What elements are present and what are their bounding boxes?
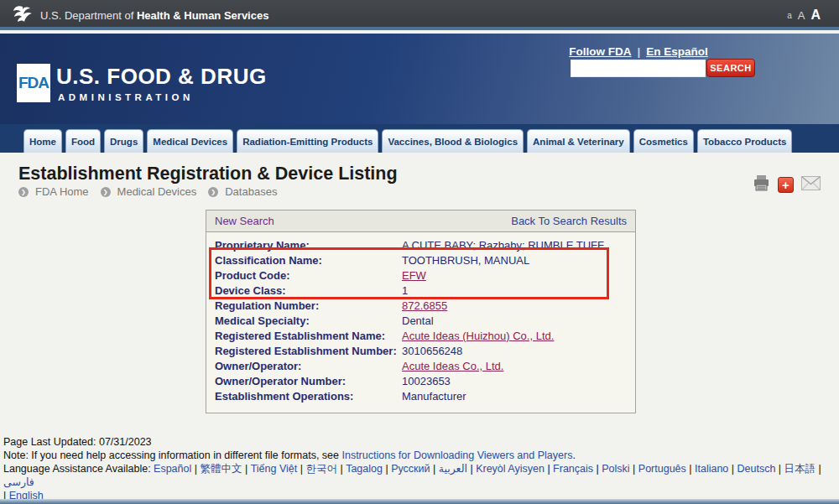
font-size-medium-button[interactable]: A bbox=[798, 9, 805, 22]
breadcrumb-arrow-icon bbox=[101, 187, 111, 197]
field-row-owner-operator-number: Owner/Operator Number:10023653 bbox=[206, 374, 635, 389]
language-link-[interactable]: 日本語 bbox=[784, 463, 816, 475]
breadcrumb-label: Databases bbox=[225, 185, 277, 198]
fda-logo[interactable]: FDA bbox=[17, 64, 50, 102]
font-size-small-button[interactable]: a bbox=[787, 11, 792, 20]
language-assistance-label: Language Assistance Available: bbox=[3, 463, 154, 475]
tab-home[interactable]: Home bbox=[23, 129, 62, 153]
tab-radiation-emitting-products[interactable]: Radiation-Emitting Products bbox=[237, 129, 378, 153]
hhs-eagle-icon bbox=[12, 4, 34, 27]
tab-drugs[interactable]: Drugs bbox=[104, 129, 143, 153]
breadcrumb-medical-devices[interactable]: Medical Devices bbox=[101, 185, 197, 198]
panel-header: New Search Back To Search Results bbox=[206, 210, 635, 232]
breadcrumb-fda-home[interactable]: FDA Home bbox=[18, 185, 89, 198]
language-link-italiano[interactable]: Italiano bbox=[695, 463, 728, 475]
font-size-large-button[interactable]: A bbox=[810, 8, 821, 23]
field-row-owner-operator: Owner/Operator:Acute Ideas Co., Ltd. bbox=[206, 359, 635, 374]
footer-bottom-bar bbox=[0, 499, 839, 504]
language-link-espa-ol[interactable]: Español bbox=[154, 463, 191, 475]
language-link-portugu-s[interactable]: Português bbox=[638, 463, 686, 475]
hhs-top-bar: U.S. Department of Health & Human Servic… bbox=[0, 0, 839, 30]
language-link-[interactable]: Русский bbox=[391, 463, 430, 475]
field-row-medical-specialty: Medical Specialty:Dental bbox=[206, 314, 635, 329]
panel-body: Proprietary Name:A CUTE BABY; Razbaby; R… bbox=[206, 232, 635, 404]
banner-subtitle: ADMINISTRATION bbox=[58, 92, 194, 102]
fda-banner: FDA U.S. FOOD & DRUG ADMINISTRATION Foll… bbox=[0, 34, 839, 124]
footer: Page Last Updated: 07/31/2023 Note: If y… bbox=[3, 435, 836, 502]
downloading-viewers-link[interactable]: Instructions for Downloading Viewers and… bbox=[341, 449, 572, 461]
banner-title: U.S. FOOD & DRUG bbox=[56, 64, 267, 90]
field-row-regulation-number: Regulation Number:872.6855 bbox=[206, 299, 635, 314]
link-divider: | bbox=[637, 45, 640, 58]
field-value-link[interactable]: EFW bbox=[402, 268, 426, 283]
field-label: Medical Specialty: bbox=[206, 314, 402, 329]
language-link-polski[interactable]: Polski bbox=[602, 463, 629, 475]
field-label: Regulation Number: bbox=[206, 299, 402, 314]
field-value: TOOTHBRUSH, MANUAL bbox=[402, 253, 529, 268]
footer-note: Note: If you need help accessing informa… bbox=[3, 449, 836, 462]
language-assistance: Language Assistance Available: Español |… bbox=[3, 462, 836, 502]
new-search-link[interactable]: New Search bbox=[215, 215, 274, 227]
language-link-tagalog[interactable]: Tagalog bbox=[346, 463, 383, 475]
field-label: Classification Name: bbox=[206, 253, 402, 268]
email-icon[interactable] bbox=[801, 176, 821, 194]
page-title: Establishment Registration & Device List… bbox=[18, 164, 398, 184]
language-link-[interactable]: 繁體中文 bbox=[200, 463, 242, 475]
breadcrumb-label: FDA Home bbox=[35, 185, 89, 198]
font-size-controls: a A A bbox=[787, 0, 821, 30]
field-row-registered-establishment-number: Registered Establishment Number:30106562… bbox=[206, 344, 635, 359]
field-value: 3010656248 bbox=[402, 344, 462, 359]
follow-fda-link[interactable]: Follow FDA bbox=[569, 45, 631, 58]
tab-vaccines-blood-biologics[interactable]: Vaccines, Blood & Biologics bbox=[382, 129, 524, 153]
breadcrumb: FDA HomeMedical DevicesDatabases bbox=[18, 185, 277, 198]
language-link-ti-ng-vi-t[interactable]: Tiếng Việt bbox=[251, 463, 298, 475]
field-value: Dental bbox=[402, 314, 434, 329]
hhs-department-text: U.S. Department of Health & Human Servic… bbox=[40, 9, 268, 22]
page-last-updated: Page Last Updated: 07/31/2023 bbox=[3, 435, 836, 449]
tab-tobacco-products[interactable]: Tobacco Products bbox=[697, 129, 792, 153]
language-link-fran-ais[interactable]: Français bbox=[553, 463, 593, 475]
en-espanol-link[interactable]: En Español bbox=[646, 45, 708, 58]
field-row-product-code: Product Code:EFW bbox=[206, 268, 635, 283]
language-link-deutsch[interactable]: Deutsch bbox=[737, 463, 776, 475]
field-label: Owner/Operator Number: bbox=[206, 374, 402, 389]
field-value: Manufacturer bbox=[402, 389, 466, 404]
language-link-[interactable]: فارسی bbox=[3, 476, 34, 488]
field-value-link[interactable]: 872.6855 bbox=[402, 299, 447, 314]
breadcrumb-label: Medical Devices bbox=[117, 185, 197, 198]
device-listing-panel: New Search Back To Search Results Propri… bbox=[206, 210, 636, 413]
tab-animal-veterinary[interactable]: Animal & Veterinary bbox=[527, 129, 630, 153]
breadcrumb-arrow-icon bbox=[208, 187, 218, 197]
field-label: Registered Establishment Number: bbox=[206, 344, 402, 359]
language-link-krey-l-ayisyen[interactable]: Kreyòl Ayisyen bbox=[476, 463, 545, 475]
field-label: Device Class: bbox=[206, 283, 402, 299]
language-link-[interactable]: 한국어 bbox=[305, 463, 337, 475]
field-row-proprietary-name: Proprietary Name:A CUTE BABY; Razbaby; R… bbox=[206, 238, 635, 253]
search-button[interactable]: SEARCH bbox=[706, 59, 755, 77]
nav-tabs: HomeFoodDrugsMedical DevicesRadiation-Em… bbox=[0, 124, 839, 153]
field-label: Establishment Operations: bbox=[206, 389, 402, 404]
tab-food[interactable]: Food bbox=[65, 129, 101, 153]
field-label: Product Code: bbox=[206, 268, 402, 283]
share-icon[interactable]: + bbox=[778, 177, 794, 193]
field-row-device-class: Device Class:1 bbox=[206, 283, 635, 299]
tab-medical-devices[interactable]: Medical Devices bbox=[147, 129, 233, 153]
back-to-search-results-link[interactable]: Back To Search Results bbox=[511, 215, 627, 227]
field-value-link[interactable]: Acute Ideas (Huizhou) Co., Ltd. bbox=[402, 329, 554, 344]
breadcrumb-databases[interactable]: Databases bbox=[208, 185, 277, 198]
print-icon[interactable] bbox=[753, 174, 770, 195]
search-input[interactable] bbox=[571, 60, 706, 77]
language-link-[interactable]: العربية bbox=[439, 463, 467, 475]
field-value-link[interactable]: Acute Ideas Co., Ltd. bbox=[402, 359, 503, 374]
banner-links: Follow FDA|En Español bbox=[567, 45, 710, 58]
field-label: Owner/Operator: bbox=[206, 359, 402, 374]
page-action-icons: + bbox=[753, 174, 821, 195]
field-row-registered-establishment-name: Registered Establishment Name:Acute Idea… bbox=[206, 329, 635, 344]
field-label: Proprietary Name: bbox=[206, 238, 402, 253]
field-value: A CUTE BABY; Razbaby; RUMBLE TUFF bbox=[402, 238, 604, 253]
field-label: Registered Establishment Name: bbox=[206, 329, 402, 344]
field-row-establishment-operations: Establishment Operations:Manufacturer bbox=[206, 389, 635, 404]
field-row-classification-name: Classification Name:TOOTHBRUSH, MANUAL bbox=[206, 253, 635, 268]
tab-cosmetics[interactable]: Cosmetics bbox=[633, 129, 694, 153]
field-value: 1 bbox=[402, 283, 408, 299]
